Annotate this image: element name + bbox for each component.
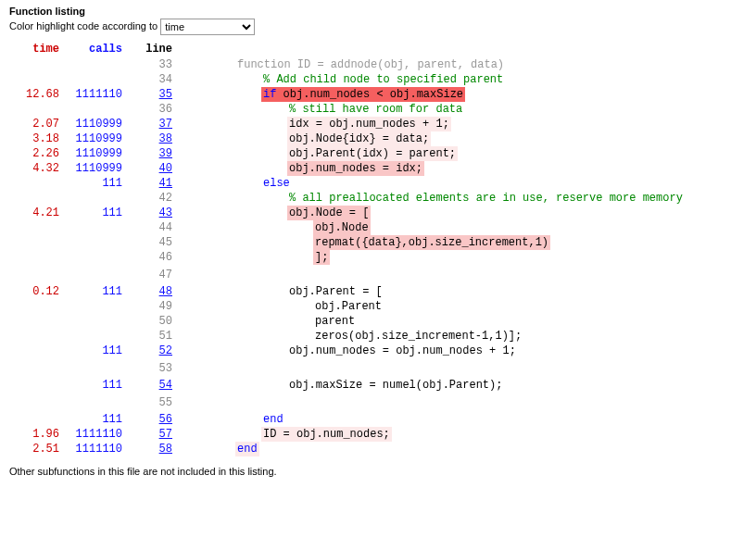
code-row: 50parent <box>9 314 690 329</box>
line-link[interactable]: 43 <box>159 206 172 219</box>
highlight-control-row: Color highlight code according to timeca… <box>9 19 747 35</box>
time-cell: 2.26 <box>9 146 65 161</box>
time-cell <box>9 393 65 412</box>
time-cell: 12.68 <box>9 87 65 102</box>
lineno-cell: 53 <box>128 358 178 378</box>
highlight-dropdown[interactable]: timecallsnumcallscoveragenone <box>160 19 255 35</box>
code-row: 55 <box>9 393 690 412</box>
code-cell: end <box>178 412 690 427</box>
line-link[interactable]: 57 <box>159 428 172 441</box>
time-cell <box>9 220 65 235</box>
col-header-line: line <box>128 41 178 57</box>
line-link[interactable]: 41 <box>159 177 172 190</box>
code-row: 11156end <box>9 412 690 427</box>
time-cell <box>9 250 65 265</box>
calls-cell <box>65 358 128 378</box>
line-link[interactable]: 52 <box>159 344 172 357</box>
code-row: 11154obj.maxSize = numel(obj.Parent); <box>9 378 690 393</box>
code-row: 0.1211148obj.Parent = [ <box>9 284 690 299</box>
time-cell <box>9 329 65 344</box>
code-listing-table: time calls line 33function ID = addnode(… <box>9 41 690 456</box>
code-row: 11152obj.num_nodes = obj.num_nodes + 1; <box>9 344 690 358</box>
lineno-cell: 55 <box>128 393 178 412</box>
time-cell <box>9 412 65 427</box>
calls-cell: 111 <box>65 284 128 299</box>
line-link[interactable]: 37 <box>159 118 172 131</box>
line-link[interactable]: 39 <box>159 147 172 160</box>
lineno-cell[interactable]: 52 <box>128 344 178 358</box>
lineno-cell[interactable]: 54 <box>128 378 178 393</box>
lineno-cell[interactable]: 43 <box>128 206 178 220</box>
lineno-cell[interactable]: 38 <box>128 131 178 146</box>
time-cell: 3.18 <box>9 131 65 146</box>
calls-cell: 111 <box>65 206 128 220</box>
time-cell <box>9 102 65 117</box>
lineno-cell: 34 <box>128 72 178 87</box>
lineno-cell[interactable]: 57 <box>128 427 178 442</box>
code-row: 45repmat({data},obj.size_increment,1) <box>9 235 690 250</box>
code-row: 4.32111099940obj.num_nodes = idx; <box>9 161 690 176</box>
time-cell: 1.96 <box>9 427 65 442</box>
lineno-cell[interactable]: 39 <box>128 146 178 161</box>
code-row: 2.07111099937idx = obj.num_nodes + 1; <box>9 117 690 131</box>
line-link[interactable]: 58 <box>159 443 172 456</box>
code-row: 49obj.Parent <box>9 299 690 314</box>
lineno-cell[interactable]: 58 <box>128 442 178 456</box>
code-row: 33function ID = addnode(obj, parent, dat… <box>9 57 690 72</box>
code-cell: ID = obj.num_nodes; <box>178 427 690 442</box>
code-row: 47 <box>9 265 690 284</box>
calls-cell: 111 <box>65 412 128 427</box>
code-cell: zeros(obj.size_increment-1,1)]; <box>178 329 690 344</box>
calls-cell <box>65 393 128 412</box>
code-row: 11141else <box>9 176 690 191</box>
code-cell: % Add child node to specified parent <box>178 72 690 87</box>
code-row: 53 <box>9 358 690 378</box>
code-row: 36% still have room for data <box>9 102 690 117</box>
calls-cell: 1110999 <box>65 131 128 146</box>
lineno-cell[interactable]: 56 <box>128 412 178 427</box>
lineno-cell: 47 <box>128 265 178 284</box>
lineno-cell[interactable]: 37 <box>128 117 178 131</box>
lineno-cell: 45 <box>128 235 178 250</box>
lineno-cell[interactable]: 41 <box>128 176 178 191</box>
lineno-cell[interactable]: 40 <box>128 161 178 176</box>
code-row: 3.18111099938obj.Node{idx} = data; <box>9 131 690 146</box>
col-header-time: time <box>9 41 65 57</box>
highlight-label: Color highlight code according to <box>9 20 160 31</box>
line-link[interactable]: 38 <box>159 132 172 145</box>
lineno-cell: 51 <box>128 329 178 344</box>
time-cell: 4.21 <box>9 206 65 220</box>
code-cell: obj.Parent(idx) = parent; <box>178 146 690 161</box>
code-row: 12.68111111035if obj.num_nodes < obj.max… <box>9 87 690 102</box>
lineno-cell: 50 <box>128 314 178 329</box>
time-cell: 0.12 <box>9 284 65 299</box>
calls-cell: 1110999 <box>65 161 128 176</box>
code-row: 4.2111143obj.Node = [ <box>9 206 690 220</box>
code-cell: obj.num_nodes = obj.num_nodes + 1; <box>178 344 690 358</box>
code-cell: obj.Node <box>178 220 690 235</box>
line-link[interactable]: 54 <box>159 379 172 392</box>
code-cell: obj.maxSize = numel(obj.Parent); <box>178 378 690 393</box>
line-link[interactable]: 40 <box>159 162 172 175</box>
line-link[interactable]: 56 <box>159 413 172 426</box>
code-cell: if obj.num_nodes < obj.maxSize <box>178 87 690 102</box>
code-cell: obj.Node{idx} = data; <box>178 131 690 146</box>
code-row: 51zeros(obj.size_increment-1,1)]; <box>9 329 690 344</box>
calls-cell: 1111110 <box>65 427 128 442</box>
lineno-cell[interactable]: 48 <box>128 284 178 299</box>
line-link[interactable]: 48 <box>159 285 172 298</box>
calls-cell: 1110999 <box>65 146 128 161</box>
calls-cell <box>65 57 128 72</box>
code-row: 2.26111099939obj.Parent(idx) = parent; <box>9 146 690 161</box>
lineno-cell[interactable]: 35 <box>128 87 178 102</box>
time-cell <box>9 378 65 393</box>
code-cell: % still have room for data <box>178 102 690 117</box>
code-cell: parent <box>178 314 690 329</box>
code-row: 34% Add child node to specified parent <box>9 72 690 87</box>
calls-cell: 1111110 <box>65 442 128 456</box>
col-header-calls: calls <box>65 41 128 57</box>
calls-cell <box>65 314 128 329</box>
code-cell: function ID = addnode(obj, parent, data) <box>178 57 690 72</box>
time-cell <box>9 299 65 314</box>
line-link[interactable]: 35 <box>159 88 172 101</box>
